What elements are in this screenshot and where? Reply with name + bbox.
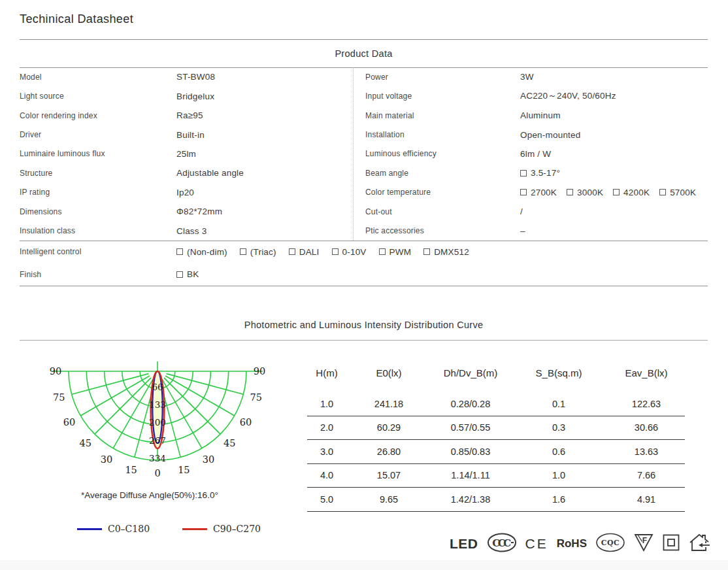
page-footer-strip (0, 560, 728, 570)
svg-text:CQC: CQC (601, 539, 620, 547)
spec-value: BK (176, 269, 211, 279)
product-data-section-title: Product Data (20, 48, 708, 59)
table-header-row: H(m)E0(lx)Dh/Dv_B(m)S_B(sq.m)Eav_B(lx) (307, 362, 685, 383)
spec-label: Structure (20, 169, 176, 178)
spec-label: Color rendering index (20, 111, 176, 120)
spec-row: Color rendering indexRa≥95 (20, 106, 353, 125)
option-label: 3.5-17° (531, 168, 560, 178)
spec-value: 25lm (176, 149, 196, 159)
certification-marks: LEDCCCCERoHSCQCF (450, 529, 711, 558)
spec-row: Light sourceBridgelux (20, 86, 353, 105)
spec-label: Dimensions (20, 207, 176, 216)
table-row: 2.060.290.57/0.550.330.66 (307, 416, 685, 441)
spec-option: 0-10V (332, 247, 367, 257)
spec-row: ModelST-BW08 (20, 67, 353, 86)
spec-row: InstallationOpen-mounted (354, 125, 708, 144)
spec-label: Intelligent control (20, 247, 176, 256)
table-cell: 4.91 (608, 494, 685, 505)
table-cell: 26.80 (346, 446, 431, 457)
table-cell: 1.0 (510, 470, 608, 480)
option-label: DMX512 (434, 247, 469, 257)
spec-value: Class 3 (176, 226, 207, 236)
table-cell: 60.29 (346, 422, 431, 433)
spec-value: (Non-dim)(Triac)DALI0-10VPWMDMX512 (176, 247, 482, 257)
spec-label: IP rating (20, 188, 176, 197)
table-cell: 1.42/1.38 (431, 494, 510, 505)
checkbox-icon (567, 189, 573, 195)
spec-label: Input voltage (354, 92, 520, 101)
table-cell: 4.0 (307, 470, 346, 480)
svg-text:CCC: CCC (492, 537, 511, 549)
spec-row: Luminaire luminous flux25lm (20, 144, 353, 163)
svg-text:60: 60 (63, 417, 75, 428)
table-header-cell: E0(lx) (346, 367, 431, 378)
legend-item: C90–C270 (182, 524, 261, 534)
cert-rohs-mark: RoHS (557, 537, 587, 550)
table-cell: 1.14/1.11 (431, 470, 510, 480)
legend-line (77, 528, 102, 530)
table-row: 1.0241.180.28/0.280.1122.63 (307, 392, 685, 416)
spec-label: Beam angle (354, 169, 520, 178)
checkbox-icon (613, 189, 620, 195)
spec-value: Φ82*72mm (176, 207, 222, 216)
checkbox-icon (289, 248, 295, 255)
svg-text:133: 133 (149, 399, 166, 410)
table-cell: 0.85/0.83 (431, 446, 510, 457)
spec-value: ST-BW08 (176, 72, 215, 82)
svg-text:30: 30 (203, 454, 214, 465)
option-label: (Non-dim) (187, 247, 227, 257)
spec-label: Driver (20, 130, 176, 139)
spec-option: DMX512 (423, 247, 469, 257)
table-header-cell: H(m) (307, 367, 346, 378)
spec-option: 2700K (520, 188, 557, 197)
spec-row: Main materialAluminum (354, 106, 708, 125)
table-header-cell: S_B(sq.m) (510, 367, 608, 378)
chart-legend: C0–C180C90–C270 (77, 524, 293, 534)
spec-label: Insulation class (20, 226, 176, 235)
checkbox-icon (176, 271, 183, 278)
photometric-section-title: Photometric and Luminous Intensity Distr… (20, 320, 708, 330)
spec-label: Installation (354, 130, 520, 139)
class-ii-icon (662, 533, 680, 554)
indoor-use-icon (689, 533, 711, 555)
spec-row: Input voltageAC220～240V, 50/60Hz (354, 86, 708, 105)
option-label: 0-10V (342, 247, 367, 257)
photometric-polar-chart: 661332002673341515303045456060757590900 (39, 358, 276, 484)
spec-option: 3000K (567, 188, 603, 197)
table-cell: 0.6 (510, 446, 608, 457)
svg-text:75: 75 (250, 392, 261, 403)
spec-row: FinishBK (20, 265, 708, 284)
svg-text:15: 15 (178, 465, 190, 475)
checkbox-icon (423, 248, 430, 255)
svg-text:75: 75 (53, 392, 65, 403)
spec-label: Light source (20, 92, 176, 101)
product-data-left-column: ModelST-BW08Light sourceBridgeluxColor r… (20, 67, 353, 241)
legend-line (182, 528, 207, 530)
table-cell: 30.66 (608, 422, 685, 433)
svg-text:60: 60 (240, 417, 252, 428)
option-label: PWM (389, 247, 412, 257)
spec-label: Luminous efficiency (354, 149, 520, 158)
spec-row: DriverBuilt-in (20, 125, 353, 144)
table-cell: 0.28/0.28 (431, 399, 510, 409)
legend-label: C90–C270 (213, 524, 261, 534)
spec-value: 6lm / W (520, 149, 551, 159)
table-row: 4.015.071.14/1.111.07.66 (307, 464, 685, 488)
table-cell: 0.3 (510, 422, 608, 433)
svg-text:267: 267 (149, 435, 166, 446)
table-cell: 5.0 (307, 494, 346, 505)
spec-option: 3.5-17° (520, 168, 560, 178)
table-cell: 1.0 (307, 399, 346, 409)
svg-text:90: 90 (254, 366, 265, 377)
spec-option: 5700K (659, 188, 696, 197)
svg-text:334: 334 (149, 453, 166, 463)
spec-value: Adjustable angle (176, 168, 244, 178)
checkbox-icon (520, 170, 527, 176)
spec-value: Bridgelux (176, 92, 214, 101)
spec-value: Ra≥95 (176, 110, 203, 120)
spec-row: Color temperature2700K3000K4200K5700K (354, 183, 708, 202)
svg-text:45: 45 (79, 438, 91, 448)
table-cell: 122.63 (608, 399, 685, 409)
cqc-mark: CQC (595, 532, 625, 556)
spec-row: Power3W (354, 67, 708, 86)
